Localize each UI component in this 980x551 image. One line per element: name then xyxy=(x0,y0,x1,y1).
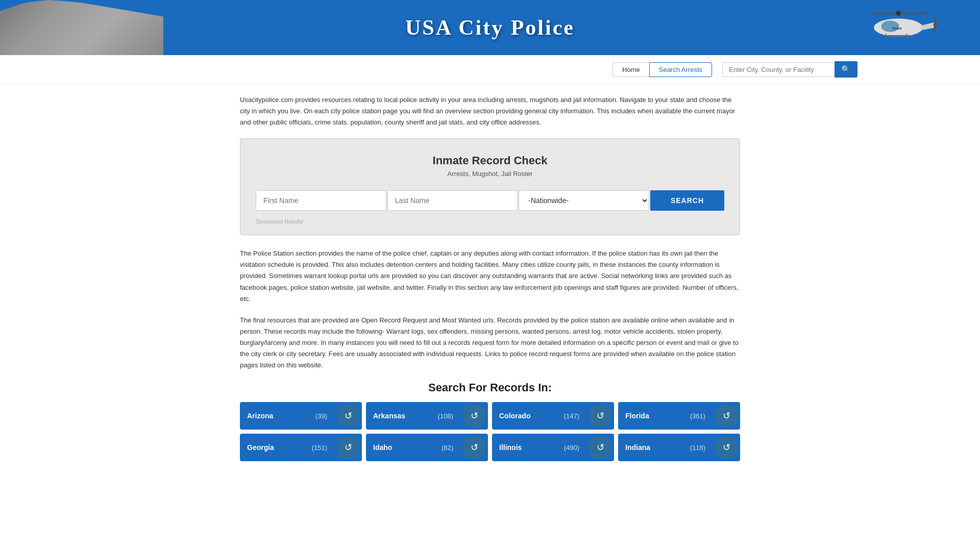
header-banner: USA City Police Police xyxy=(0,0,980,55)
search-nav-input[interactable] xyxy=(722,62,835,77)
record-item[interactable]: Arizona (39) ↺ xyxy=(240,402,362,430)
helicopter-graphic: Police xyxy=(857,5,939,46)
record-item-text: Arizona (39) xyxy=(240,406,334,426)
record-item-text: Georgia (151) xyxy=(240,437,334,458)
record-item-name: Arkansas xyxy=(373,412,405,420)
record-item-text: Illinois (490) xyxy=(492,437,586,458)
record-item[interactable]: Georgia (151) ↺ xyxy=(240,434,362,461)
svg-point-1 xyxy=(896,11,901,16)
main-content: Usacitypolice.com provides resources rel… xyxy=(240,84,740,471)
records-grid: Arizona (39) ↺ Arkansas (108) ↺ Colorado… xyxy=(240,402,740,461)
state-select[interactable]: -Nationwide- Alabama Alaska Arizona Arka… xyxy=(519,190,649,211)
record-item-text: Arkansas (108) xyxy=(366,406,460,426)
share-icon[interactable]: ↺ xyxy=(462,436,486,459)
svg-marker-4 xyxy=(921,22,935,31)
record-item-count: (147) xyxy=(564,412,579,420)
record-item-count: (361) xyxy=(690,412,705,420)
inmate-form: -Nationwide- Alabama Alaska Arizona Arka… xyxy=(256,190,724,211)
record-item-count: (151) xyxy=(312,444,327,452)
record-item-name: Georgia xyxy=(247,443,274,452)
record-item[interactable]: Colorado (147) ↺ xyxy=(492,402,614,430)
building-graphic xyxy=(0,0,163,55)
record-item-count: (490) xyxy=(564,444,579,452)
record-item-count: (39) xyxy=(315,412,327,420)
navigation-bar: Home Search Arrests 🔍 xyxy=(0,55,980,84)
share-icon[interactable]: ↺ xyxy=(462,404,486,428)
record-item[interactable]: Illinois (490) ↺ xyxy=(492,434,614,461)
search-icon: 🔍 xyxy=(841,65,851,73)
inmate-card-title: Inmate Record Check xyxy=(256,154,724,167)
share-icon[interactable]: ↺ xyxy=(589,436,612,459)
record-item-text: Indiana (118) xyxy=(618,437,713,458)
search-arrests-button[interactable]: Search Arrests xyxy=(649,62,712,77)
site-title: USA City Police xyxy=(405,15,575,40)
record-item-name: Indiana xyxy=(625,443,650,452)
record-item[interactable]: Arkansas (108) ↺ xyxy=(366,402,488,430)
body-section-1: The Police Station section provides the … xyxy=(240,248,740,304)
record-item[interactable]: Florida (361) ↺ xyxy=(618,402,740,430)
search-nav-wrap: 🔍 xyxy=(722,61,857,78)
record-item-name: Illinois xyxy=(499,443,522,452)
svg-text:Police: Police xyxy=(892,27,902,30)
inmate-record-card: Inmate Record Check Arrests, Mugshot, Ja… xyxy=(240,138,740,235)
record-item[interactable]: Indiana (118) ↺ xyxy=(618,434,740,461)
body-section-2: The final resources that are provided ar… xyxy=(240,315,740,371)
records-section-title: Search For Records In: xyxy=(240,381,740,394)
last-name-input[interactable] xyxy=(387,190,518,211)
record-item-name: Arizona xyxy=(247,412,273,420)
search-nav-button[interactable]: 🔍 xyxy=(835,61,857,78)
record-item-text: Florida (361) xyxy=(618,406,713,426)
home-button[interactable]: Home xyxy=(612,62,649,77)
share-icon[interactable]: ↺ xyxy=(336,436,360,459)
inmate-search-button[interactable]: SEARCH xyxy=(650,190,724,211)
record-item-name: Idaho xyxy=(373,443,392,452)
share-icon[interactable]: ↺ xyxy=(715,436,738,459)
first-name-input[interactable] xyxy=(256,190,386,211)
inmate-card-subtitle: Arrests, Mugshot, Jail Roster xyxy=(256,170,724,178)
share-icon[interactable]: ↺ xyxy=(336,404,360,428)
record-item-name: Florida xyxy=(625,412,649,420)
record-item-text: Colorado (147) xyxy=(492,406,586,426)
share-icon[interactable]: ↺ xyxy=(715,404,738,428)
record-item-count: (118) xyxy=(690,444,705,452)
intro-text: Usacitypolice.com provides resources rel… xyxy=(240,94,740,128)
svg-rect-6 xyxy=(934,17,937,32)
record-item-count: (82) xyxy=(442,444,453,452)
record-item-text: Idaho (82) xyxy=(366,437,460,458)
record-item-name: Colorado xyxy=(499,412,530,420)
sponsored-label: Sponsored Results xyxy=(256,218,724,224)
share-icon[interactable]: ↺ xyxy=(589,404,612,428)
record-item-count: (108) xyxy=(438,412,453,420)
record-item[interactable]: Idaho (82) ↺ xyxy=(366,434,488,461)
